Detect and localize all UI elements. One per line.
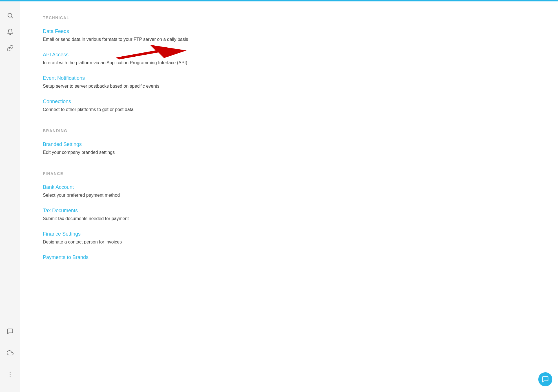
menu-item-data-feeds: Data Feeds Email or send data in various… — [43, 28, 280, 43]
bell-icon[interactable] — [5, 26, 16, 37]
connections-desc: Connect to other platforms to get or pos… — [43, 106, 280, 113]
finance-settings-desc: Designate a contact person for invoices — [43, 239, 280, 245]
branded-settings-desc: Edit your company branded settings — [43, 149, 280, 156]
menu-item-event-notifications: Event Notifications Setup server to serv… — [43, 75, 280, 90]
finance-settings-link[interactable]: Finance Settings — [43, 231, 280, 237]
cloud-icon[interactable] — [5, 347, 16, 358]
menu-item-bank-account: Bank Account Select your preferred payme… — [43, 184, 280, 199]
chat-bubble-button[interactable] — [538, 372, 552, 386]
api-access-desc: Interact with the platform via an Applic… — [43, 59, 280, 66]
chat-icon[interactable] — [5, 326, 16, 337]
api-access-link[interactable]: API Access — [43, 52, 280, 58]
search-icon[interactable] — [5, 10, 16, 21]
dots-icon[interactable] — [5, 369, 16, 380]
menu-item-tax-documents: Tax Documents Submit tax documents neede… — [43, 208, 280, 222]
menu-item-connections: Connections Connect to other platforms t… — [43, 99, 280, 113]
menu-item-payments-to-brands: Payments to Brands — [43, 254, 280, 260]
event-notifications-desc: Setup server to server postbacks based o… — [43, 83, 280, 90]
section-finance: FINANCE Bank Account Select your preferr… — [43, 171, 280, 260]
section-title-technical: TECHNICAL — [43, 15, 280, 20]
section-title-branding: BRANDING — [43, 129, 280, 133]
event-notifications-link[interactable]: Event Notifications — [43, 75, 280, 81]
section-branding: BRANDING Branded Settings Edit your comp… — [43, 129, 280, 156]
connections-link[interactable]: Connections — [43, 99, 280, 105]
bank-account-link[interactable]: Bank Account — [43, 184, 280, 190]
top-bar — [0, 0, 558, 1]
svg-point-2 — [10, 372, 11, 373]
section-technical: TECHNICAL Data Feeds Email or send data … — [43, 15, 280, 113]
svg-line-1 — [12, 17, 13, 19]
link-icon[interactable] — [5, 43, 16, 54]
tax-documents-link[interactable]: Tax Documents — [43, 208, 280, 214]
svg-point-3 — [10, 374, 11, 375]
payments-to-brands-link[interactable]: Payments to Brands — [43, 254, 280, 260]
bank-account-desc: Select your preferred payment method — [43, 192, 280, 199]
sidebar — [0, 1, 20, 392]
branded-settings-link[interactable]: Branded Settings — [43, 141, 280, 147]
main-content: TECHNICAL Data Feeds Email or send data … — [20, 1, 302, 392]
data-feeds-link[interactable]: Data Feeds — [43, 28, 280, 34]
menu-item-api-access: API Access Interact with the platform vi… — [43, 52, 280, 66]
menu-item-finance-settings: Finance Settings Designate a contact per… — [43, 231, 280, 245]
section-title-finance: FINANCE — [43, 171, 280, 176]
data-feeds-desc: Email or send data in various formats to… — [43, 36, 280, 43]
menu-item-branded-settings: Branded Settings Edit your company brand… — [43, 141, 280, 156]
tax-documents-desc: Submit tax documents needed for payment — [43, 215, 280, 222]
svg-point-4 — [10, 376, 11, 377]
